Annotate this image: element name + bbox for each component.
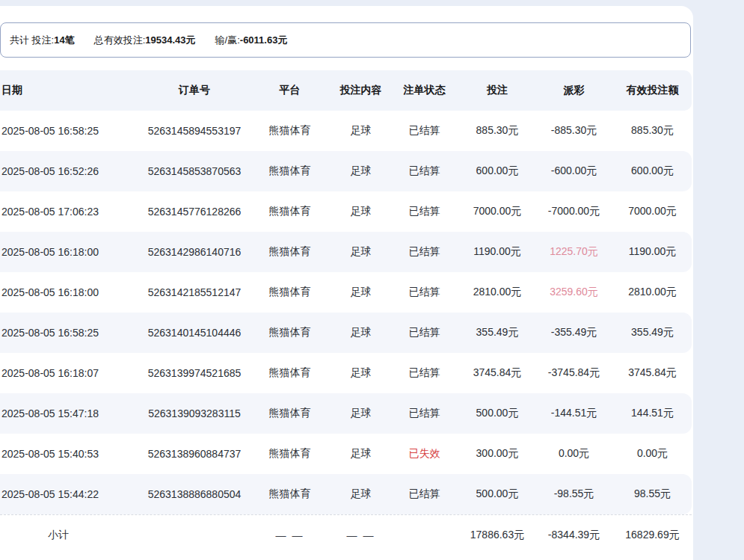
summary-valid-bet-value: 19534.43元 — [145, 34, 195, 47]
cell-order-number: 5263145776128266 — [142, 206, 247, 218]
cell-date: 2025-08-05 15:47:18 — [0, 407, 142, 419]
cell-payout: -3745.84元 — [535, 366, 613, 380]
cell-bet-amount: 500.00元 — [460, 487, 535, 501]
cell-order-number: 5263140145104446 — [142, 327, 247, 339]
cell-order-number: 5263139093283115 — [142, 407, 247, 419]
cell-bet-status: 已结算 — [389, 205, 460, 218]
cell-order-number: 5263142185512147 — [142, 286, 247, 298]
cell-bet-content: 足球 — [333, 205, 389, 218]
column-header-bet-content: 投注内容 — [333, 84, 389, 97]
cell-bet-amount: 300.00元 — [460, 447, 535, 461]
cell-platform: 熊猫体育 — [247, 124, 333, 138]
table-row: 2025-08-05 17:06:23 5263145776128266 熊猫体… — [0, 191, 692, 232]
cell-payout: -98.55元 — [535, 487, 613, 501]
table-row: 2025-08-05 16:18:07 5263139974521685 熊猫体… — [0, 353, 692, 393]
cell-order-number: 5263139974521685 — [142, 367, 247, 379]
cell-bet-content: 足球 — [333, 487, 389, 501]
table-row: 2025-08-05 15:40:53 5263138960884737 熊猫体… — [0, 434, 692, 474]
summary-bar: 共计 投注:14笔 总有效投注:19534.43元 输/赢:-6011.63元 — [0, 22, 691, 58]
cell-valid-bet: 885.30元 — [613, 124, 692, 138]
summary-bet-count-label: 共计 投注: — [10, 34, 54, 47]
table-body: 2025-08-05 16:58:25 5263145894553197 熊猫体… — [0, 111, 692, 514]
cell-bet-amount: 600.00元 — [460, 164, 535, 178]
column-header-date: 日期 — [0, 84, 142, 97]
cell-valid-bet: 7000.00元 — [613, 205, 692, 218]
cell-payout: -7000.00元 — [535, 205, 613, 218]
cell-bet-status: 已结算 — [389, 326, 460, 339]
cell-platform: 熊猫体育 — [247, 407, 333, 420]
table-row: 2025-08-05 16:58:25 5263140145104446 熊猫体… — [0, 313, 692, 353]
cell-bet-status: 已结算 — [389, 286, 460, 299]
cell-platform: 熊猫体育 — [247, 366, 333, 380]
cell-payout: 3259.60元 — [535, 286, 613, 299]
cell-payout: 1225.70元 — [535, 245, 613, 259]
cell-bet-status: 已结算 — [389, 164, 460, 178]
cell-date: 2025-08-05 16:18:00 — [0, 246, 142, 258]
cell-valid-bet: 1190.00元 — [613, 245, 692, 259]
subtotal-row: 小计 — — — — 17886.63元 -8344.39元 16829.69元 — [0, 514, 692, 555]
column-header-platform: 平台 — [247, 84, 333, 97]
cell-date: 2025-08-05 16:58:25 — [0, 327, 142, 339]
summary-winloss-value: -6011.63元 — [240, 34, 288, 47]
bet-records-table: 日期 订单号 平台 投注内容 注单状态 投注 派彩 有效投注额 2025-08-… — [0, 70, 692, 555]
cell-platform: 熊猫体育 — [247, 487, 333, 501]
cell-date: 2025-08-05 16:52:26 — [0, 165, 142, 177]
content-panel: 共计 投注:14笔 总有效投注:19534.43元 输/赢:-6011.63元 … — [0, 6, 693, 560]
cell-date: 2025-08-05 16:58:25 — [0, 125, 142, 137]
summary-winloss: 输/赢:-6011.63元 — [215, 34, 288, 47]
summary-valid-bet: 总有效投注:19534.43元 — [94, 34, 196, 47]
cell-date: 2025-08-05 15:40:53 — [0, 448, 142, 460]
table-row: 2025-08-05 16:18:00 5263142986140716 熊猫体… — [0, 232, 692, 272]
table-row: 2025-08-05 16:18:00 5263142185512147 熊猫体… — [0, 272, 692, 313]
cell-date: 2025-08-05 15:44:22 — [0, 488, 142, 500]
cell-valid-bet: 98.55元 — [613, 487, 692, 501]
summary-valid-bet-label: 总有效投注: — [94, 34, 146, 47]
cell-bet-content: 足球 — [333, 366, 389, 380]
cell-platform: 熊猫体育 — [247, 164, 333, 178]
subtotal-content-placeholder: — — — [333, 529, 389, 541]
cell-bet-amount: 7000.00元 — [460, 205, 535, 218]
cell-valid-bet: 0.00元 — [613, 447, 692, 461]
cell-platform: 熊猫体育 — [247, 205, 333, 218]
cell-valid-bet: 144.51元 — [613, 407, 692, 420]
cell-order-number: 5263138960884737 — [142, 448, 247, 460]
cell-date: 2025-08-05 16:18:00 — [0, 286, 142, 298]
cell-payout: -355.49元 — [535, 326, 613, 339]
cell-bet-amount: 2810.00元 — [460, 286, 535, 299]
cell-order-number: 5263145894553197 — [142, 125, 247, 137]
cell-bet-content: 足球 — [333, 164, 389, 178]
column-header-order-number: 订单号 — [142, 84, 247, 97]
cell-bet-amount: 885.30元 — [460, 124, 535, 138]
cell-bet-content: 足球 — [333, 245, 389, 259]
column-header-bet-amount: 投注 — [460, 84, 535, 97]
table-row: 2025-08-05 15:47:18 5263139093283115 熊猫体… — [0, 393, 692, 434]
cell-bet-amount: 1190.00元 — [460, 245, 535, 259]
table-header-row: 日期 订单号 平台 投注内容 注单状态 投注 派彩 有效投注额 — [0, 70, 692, 111]
cell-order-number: 5263142986140716 — [142, 246, 247, 258]
cell-bet-content: 足球 — [333, 326, 389, 339]
table-row: 2025-08-05 16:52:26 5263145853870563 熊猫体… — [0, 151, 692, 191]
subtotal-label: 小计 — [0, 529, 142, 542]
cell-bet-amount: 3745.84元 — [460, 366, 535, 380]
cell-bet-content: 足球 — [333, 124, 389, 138]
cell-bet-status: 已结算 — [389, 245, 460, 259]
summary-winloss-label: 输/赢: — [215, 34, 240, 47]
cell-payout: -144.51元 — [535, 407, 613, 420]
summary-bet-count: 共计 投注:14笔 — [10, 34, 75, 47]
cell-date: 2025-08-05 16:18:07 — [0, 367, 142, 379]
cell-platform: 熊猫体育 — [247, 286, 333, 299]
table-row: 2025-08-05 16:58:25 5263145894553197 熊猫体… — [0, 111, 692, 151]
table-row: 2025-08-05 15:44:22 5263138886880504 熊猫体… — [0, 474, 692, 514]
cell-payout: -600.00元 — [535, 164, 613, 178]
cell-platform: 熊猫体育 — [247, 326, 333, 339]
subtotal-bet-amount: 17886.63元 — [460, 529, 535, 542]
cell-bet-amount: 355.49元 — [460, 326, 535, 339]
cell-date: 2025-08-05 17:06:23 — [0, 206, 142, 218]
cell-bet-status: 已结算 — [389, 407, 460, 420]
cell-order-number: 5263138886880504 — [142, 488, 247, 500]
cell-bet-status: 已结算 — [389, 124, 460, 138]
cell-valid-bet: 600.00元 — [613, 164, 692, 178]
subtotal-platform-placeholder: — — — [247, 529, 333, 541]
cell-bet-status: 已结算 — [389, 366, 460, 380]
column-header-valid-bet: 有效投注额 — [613, 84, 692, 97]
